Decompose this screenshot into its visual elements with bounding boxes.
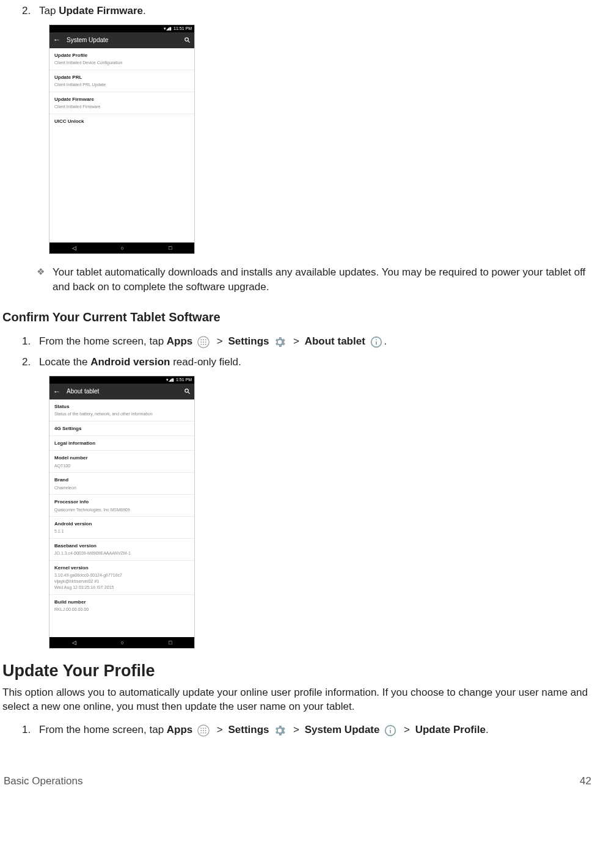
svg-point-0 (185, 38, 189, 42)
phone-frame: ▾◢▮ 11:51 PM ← System Update Update Prof… (49, 24, 195, 254)
apps-label: Apps (167, 335, 193, 347)
svg-point-29 (390, 728, 391, 729)
phone-list: Update ProfileClient Initiated Device Co… (49, 48, 194, 243)
confirm-step-1: 1. From the home screen, tap Apps > Sett… (22, 334, 594, 349)
list-item: Baseband versionJO.1.3.c4-00039-M8909EAA… (49, 539, 194, 561)
list-item: Update FirmwareClient Initiated Firmware (49, 92, 194, 114)
diamond-bullet-icon: ❖ (37, 265, 53, 294)
svg-point-5 (205, 339, 206, 340)
svg-point-20 (205, 728, 206, 729)
android-nav-bar: ◁ ○ □ (49, 637, 194, 648)
app-bar: ← System Update (49, 32, 194, 48)
list-item: Kernel version3.10.49-ga08dcc0-00124-g67… (49, 561, 194, 595)
info-icon (384, 724, 397, 737)
app-bar-title: System Update (67, 36, 108, 45)
phone-list: StatusStatus of the battery, network, an… (49, 399, 194, 637)
nav-back-icon: ◁ (72, 244, 76, 252)
list-item: Build numberRKLJ.00.00.00.00 (49, 595, 194, 616)
text: Locate the (39, 356, 90, 368)
page-footer: Basic Operations 42 (4, 774, 591, 789)
text: . (143, 5, 146, 16)
list-item: Model numberAQT100 (49, 451, 194, 473)
list-item: 4G Settings (49, 421, 194, 436)
list-number: 2. (22, 4, 39, 18)
system-update-label: System Update (305, 724, 380, 735)
list-number: 1. (22, 723, 39, 737)
svg-point-3 (200, 339, 202, 340)
nav-recent-icon: □ (169, 244, 172, 252)
svg-point-7 (203, 341, 204, 343)
svg-point-24 (200, 732, 202, 733)
apps-grid-icon (197, 724, 210, 737)
update-profile-step-1: 1. From the home screen, tap Apps > Sett… (22, 723, 594, 737)
screenshot-about-tablet: ▾◢▮ 1:51 PM ← About tablet StatusStatus … (49, 376, 594, 649)
app-bar-title: About tablet (67, 387, 99, 396)
status-icons: ▾◢▮ (166, 377, 174, 383)
info-icon (370, 335, 383, 349)
footer-section-title: Basic Operations (4, 774, 82, 789)
status-time: 1:51 PM (176, 377, 192, 383)
status-time: 11:51 PM (173, 26, 192, 32)
svg-point-8 (205, 341, 206, 343)
confirm-step-2: 2. Locate the Android version read-only … (22, 355, 594, 370)
svg-point-15 (185, 389, 189, 393)
svg-point-23 (205, 730, 206, 731)
list-item: Processor infoQualcomm Technologies, Inc… (49, 495, 194, 517)
svg-point-6 (200, 341, 202, 343)
breadcrumb-separator: > (217, 724, 223, 735)
text: . (384, 335, 387, 347)
gear-icon (273, 335, 287, 349)
back-arrow-icon: ← (53, 387, 60, 397)
settings-label: Settings (228, 724, 269, 735)
list-item: BrandChameleon (49, 473, 194, 495)
update-profile-label: Update Profile (415, 724, 486, 735)
list-item: Update PRLClient Initiated PRL Update (49, 70, 194, 92)
nav-home-icon: ○ (121, 639, 124, 647)
svg-point-4 (203, 339, 204, 340)
settings-label: Settings (228, 335, 269, 347)
breadcrumb-separator: > (293, 724, 299, 735)
about-tablet-label: About tablet (305, 335, 365, 347)
app-bar: ← About tablet (49, 384, 194, 399)
bullet-text: Your tablet automatically downloads and … (53, 265, 594, 294)
breadcrumb-separator: > (404, 724, 410, 735)
status-bar: ▾◢▮ 1:51 PM (49, 376, 194, 384)
breadcrumb-separator: > (293, 335, 299, 347)
bullet-note: ❖ Your tablet automatically downloads an… (37, 265, 594, 294)
text: . (486, 724, 489, 735)
list-item: Legal information (49, 436, 194, 451)
nav-recent-icon: □ (169, 639, 172, 647)
svg-point-22 (203, 730, 204, 731)
list-number: 1. (22, 334, 39, 349)
apps-grid-icon (197, 335, 210, 349)
apps-label: Apps (167, 724, 193, 735)
step-2-text: Tap Update Firmware. (39, 4, 594, 18)
step-text: From the home screen, tap Apps > Setting… (39, 334, 594, 349)
bold-text: Update Firmware (59, 5, 143, 16)
list-number: 2. (22, 355, 39, 370)
svg-point-21 (200, 730, 202, 731)
search-icon (184, 388, 191, 395)
back-arrow-icon: ← (53, 35, 60, 45)
text: Tap (39, 5, 59, 16)
svg-line-16 (188, 392, 190, 394)
list-item: Update ProfileClient Initiated Device Co… (49, 48, 194, 70)
phone-frame: ▾◢▮ 1:51 PM ← About tablet StatusStatus … (49, 376, 195, 649)
gear-icon (273, 724, 287, 737)
step-2: 2. Tap Update Firmware. (22, 4, 594, 18)
heading-update-profile: Update Your Profile (2, 660, 594, 683)
nav-home-icon: ○ (121, 244, 124, 252)
text: From the home screen, tap (39, 724, 167, 735)
list-item: Android version5.1.1 (49, 517, 194, 539)
step-text: From the home screen, tap Apps > Setting… (39, 723, 594, 737)
bold-text: Android version (90, 356, 170, 368)
screenshot-system-update: ▾◢▮ 11:51 PM ← System Update Update Prof… (49, 24, 594, 254)
status-bar: ▾◢▮ 11:51 PM (49, 25, 194, 32)
list-item: UICC Unlock (49, 114, 194, 128)
svg-line-1 (188, 41, 190, 43)
svg-point-9 (200, 344, 202, 345)
text: read-only field. (170, 356, 241, 368)
step-text: Locate the Android version read-only fie… (39, 355, 594, 370)
svg-point-11 (205, 344, 206, 345)
svg-point-25 (203, 732, 204, 733)
